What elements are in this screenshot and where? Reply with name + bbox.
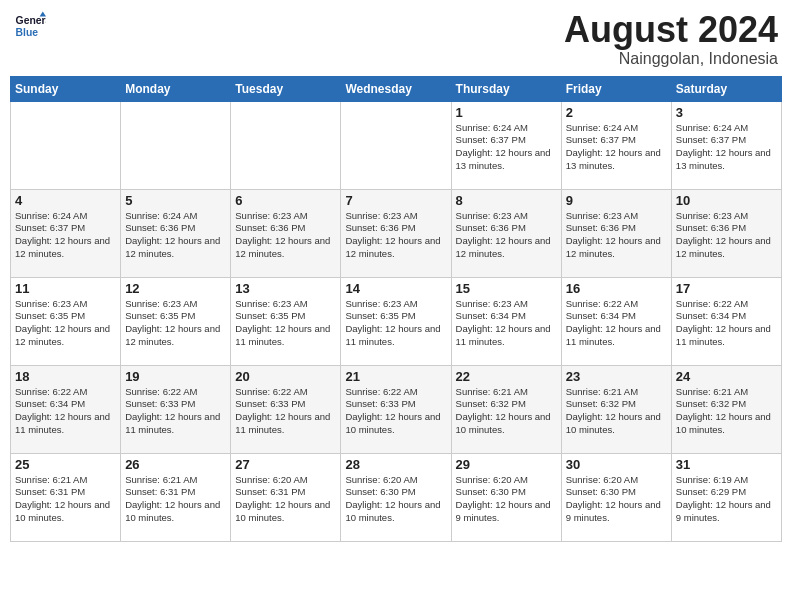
day-number: 31 xyxy=(676,457,777,472)
calendar-day-cell: 25Sunrise: 6:21 AM Sunset: 6:31 PM Dayli… xyxy=(11,453,121,541)
day-number: 4 xyxy=(15,193,116,208)
day-number: 15 xyxy=(456,281,557,296)
svg-marker-2 xyxy=(40,12,46,17)
day-info: Sunrise: 6:23 AM Sunset: 6:34 PM Dayligh… xyxy=(456,298,557,349)
day-info: Sunrise: 6:24 AM Sunset: 6:37 PM Dayligh… xyxy=(676,122,777,173)
day-number: 8 xyxy=(456,193,557,208)
day-number: 28 xyxy=(345,457,446,472)
calendar-day-cell: 10Sunrise: 6:23 AM Sunset: 6:36 PM Dayli… xyxy=(671,189,781,277)
day-info: Sunrise: 6:23 AM Sunset: 6:36 PM Dayligh… xyxy=(566,210,667,261)
day-info: Sunrise: 6:21 AM Sunset: 6:31 PM Dayligh… xyxy=(15,474,116,525)
day-number: 22 xyxy=(456,369,557,384)
day-number: 1 xyxy=(456,105,557,120)
day-info: Sunrise: 6:20 AM Sunset: 6:30 PM Dayligh… xyxy=(456,474,557,525)
day-number: 6 xyxy=(235,193,336,208)
calendar-day-cell: 23Sunrise: 6:21 AM Sunset: 6:32 PM Dayli… xyxy=(561,365,671,453)
calendar-day-cell: 12Sunrise: 6:23 AM Sunset: 6:35 PM Dayli… xyxy=(121,277,231,365)
calendar-day-cell: 21Sunrise: 6:22 AM Sunset: 6:33 PM Dayli… xyxy=(341,365,451,453)
calendar-day-cell xyxy=(121,101,231,189)
calendar-day-cell: 28Sunrise: 6:20 AM Sunset: 6:30 PM Dayli… xyxy=(341,453,451,541)
day-number: 2 xyxy=(566,105,667,120)
calendar-day-cell: 15Sunrise: 6:23 AM Sunset: 6:34 PM Dayli… xyxy=(451,277,561,365)
day-info: Sunrise: 6:24 AM Sunset: 6:37 PM Dayligh… xyxy=(15,210,116,261)
weekday-header: Thursday xyxy=(451,76,561,101)
day-info: Sunrise: 6:21 AM Sunset: 6:32 PM Dayligh… xyxy=(566,386,667,437)
calendar-day-cell: 18Sunrise: 6:22 AM Sunset: 6:34 PM Dayli… xyxy=(11,365,121,453)
day-number: 19 xyxy=(125,369,226,384)
location-subtitle: Nainggolan, Indonesia xyxy=(564,50,778,68)
day-info: Sunrise: 6:22 AM Sunset: 6:33 PM Dayligh… xyxy=(235,386,336,437)
weekday-header: Saturday xyxy=(671,76,781,101)
day-number: 26 xyxy=(125,457,226,472)
day-number: 16 xyxy=(566,281,667,296)
weekday-header: Sunday xyxy=(11,76,121,101)
day-info: Sunrise: 6:21 AM Sunset: 6:31 PM Dayligh… xyxy=(125,474,226,525)
day-number: 24 xyxy=(676,369,777,384)
day-number: 25 xyxy=(15,457,116,472)
day-info: Sunrise: 6:22 AM Sunset: 6:34 PM Dayligh… xyxy=(15,386,116,437)
calendar-day-cell xyxy=(11,101,121,189)
calendar-day-cell: 7Sunrise: 6:23 AM Sunset: 6:36 PM Daylig… xyxy=(341,189,451,277)
day-number: 5 xyxy=(125,193,226,208)
day-info: Sunrise: 6:21 AM Sunset: 6:32 PM Dayligh… xyxy=(676,386,777,437)
calendar-day-cell: 24Sunrise: 6:21 AM Sunset: 6:32 PM Dayli… xyxy=(671,365,781,453)
day-info: Sunrise: 6:22 AM Sunset: 6:33 PM Dayligh… xyxy=(125,386,226,437)
day-number: 17 xyxy=(676,281,777,296)
calendar-week-row: 4Sunrise: 6:24 AM Sunset: 6:37 PM Daylig… xyxy=(11,189,782,277)
weekday-header: Friday xyxy=(561,76,671,101)
day-info: Sunrise: 6:24 AM Sunset: 6:37 PM Dayligh… xyxy=(456,122,557,173)
svg-text:General: General xyxy=(16,15,46,26)
calendar-day-cell: 13Sunrise: 6:23 AM Sunset: 6:35 PM Dayli… xyxy=(231,277,341,365)
weekday-header: Monday xyxy=(121,76,231,101)
calendar-day-cell: 27Sunrise: 6:20 AM Sunset: 6:31 PM Dayli… xyxy=(231,453,341,541)
calendar-day-cell: 29Sunrise: 6:20 AM Sunset: 6:30 PM Dayli… xyxy=(451,453,561,541)
day-info: Sunrise: 6:20 AM Sunset: 6:30 PM Dayligh… xyxy=(345,474,446,525)
day-number: 13 xyxy=(235,281,336,296)
calendar-day-cell: 5Sunrise: 6:24 AM Sunset: 6:36 PM Daylig… xyxy=(121,189,231,277)
day-number: 7 xyxy=(345,193,446,208)
page-header: General Blue August 2024 Nainggolan, Ind… xyxy=(10,10,782,68)
day-number: 23 xyxy=(566,369,667,384)
day-number: 20 xyxy=(235,369,336,384)
day-number: 27 xyxy=(235,457,336,472)
day-info: Sunrise: 6:24 AM Sunset: 6:37 PM Dayligh… xyxy=(566,122,667,173)
calendar-day-cell: 9Sunrise: 6:23 AM Sunset: 6:36 PM Daylig… xyxy=(561,189,671,277)
calendar-day-cell: 30Sunrise: 6:20 AM Sunset: 6:30 PM Dayli… xyxy=(561,453,671,541)
day-info: Sunrise: 6:19 AM Sunset: 6:29 PM Dayligh… xyxy=(676,474,777,525)
calendar-day-cell: 16Sunrise: 6:22 AM Sunset: 6:34 PM Dayli… xyxy=(561,277,671,365)
day-info: Sunrise: 6:24 AM Sunset: 6:36 PM Dayligh… xyxy=(125,210,226,261)
day-number: 29 xyxy=(456,457,557,472)
day-info: Sunrise: 6:20 AM Sunset: 6:30 PM Dayligh… xyxy=(566,474,667,525)
calendar-day-cell: 14Sunrise: 6:23 AM Sunset: 6:35 PM Dayli… xyxy=(341,277,451,365)
day-number: 3 xyxy=(676,105,777,120)
calendar-day-cell: 4Sunrise: 6:24 AM Sunset: 6:37 PM Daylig… xyxy=(11,189,121,277)
calendar-day-cell: 26Sunrise: 6:21 AM Sunset: 6:31 PM Dayli… xyxy=(121,453,231,541)
calendar-day-cell: 2Sunrise: 6:24 AM Sunset: 6:37 PM Daylig… xyxy=(561,101,671,189)
svg-text:Blue: Blue xyxy=(16,27,39,38)
day-info: Sunrise: 6:23 AM Sunset: 6:36 PM Dayligh… xyxy=(345,210,446,261)
day-number: 9 xyxy=(566,193,667,208)
calendar-week-row: 11Sunrise: 6:23 AM Sunset: 6:35 PM Dayli… xyxy=(11,277,782,365)
calendar-day-cell: 1Sunrise: 6:24 AM Sunset: 6:37 PM Daylig… xyxy=(451,101,561,189)
day-info: Sunrise: 6:22 AM Sunset: 6:34 PM Dayligh… xyxy=(566,298,667,349)
day-info: Sunrise: 6:20 AM Sunset: 6:31 PM Dayligh… xyxy=(235,474,336,525)
day-number: 10 xyxy=(676,193,777,208)
calendar-table: SundayMondayTuesdayWednesdayThursdayFrid… xyxy=(10,76,782,542)
day-number: 12 xyxy=(125,281,226,296)
calendar-week-row: 1Sunrise: 6:24 AM Sunset: 6:37 PM Daylig… xyxy=(11,101,782,189)
month-year-title: August 2024 xyxy=(564,10,778,50)
calendar-day-cell xyxy=(231,101,341,189)
day-info: Sunrise: 6:23 AM Sunset: 6:35 PM Dayligh… xyxy=(125,298,226,349)
calendar-day-cell: 31Sunrise: 6:19 AM Sunset: 6:29 PM Dayli… xyxy=(671,453,781,541)
calendar-day-cell: 11Sunrise: 6:23 AM Sunset: 6:35 PM Dayli… xyxy=(11,277,121,365)
calendar-day-cell: 17Sunrise: 6:22 AM Sunset: 6:34 PM Dayli… xyxy=(671,277,781,365)
calendar-day-cell: 22Sunrise: 6:21 AM Sunset: 6:32 PM Dayli… xyxy=(451,365,561,453)
calendar-day-cell: 20Sunrise: 6:22 AM Sunset: 6:33 PM Dayli… xyxy=(231,365,341,453)
day-info: Sunrise: 6:22 AM Sunset: 6:33 PM Dayligh… xyxy=(345,386,446,437)
day-info: Sunrise: 6:23 AM Sunset: 6:35 PM Dayligh… xyxy=(15,298,116,349)
calendar-day-cell: 6Sunrise: 6:23 AM Sunset: 6:36 PM Daylig… xyxy=(231,189,341,277)
day-info: Sunrise: 6:23 AM Sunset: 6:36 PM Dayligh… xyxy=(676,210,777,261)
day-info: Sunrise: 6:23 AM Sunset: 6:35 PM Dayligh… xyxy=(345,298,446,349)
calendar-day-cell: 3Sunrise: 6:24 AM Sunset: 6:37 PM Daylig… xyxy=(671,101,781,189)
calendar-day-cell xyxy=(341,101,451,189)
